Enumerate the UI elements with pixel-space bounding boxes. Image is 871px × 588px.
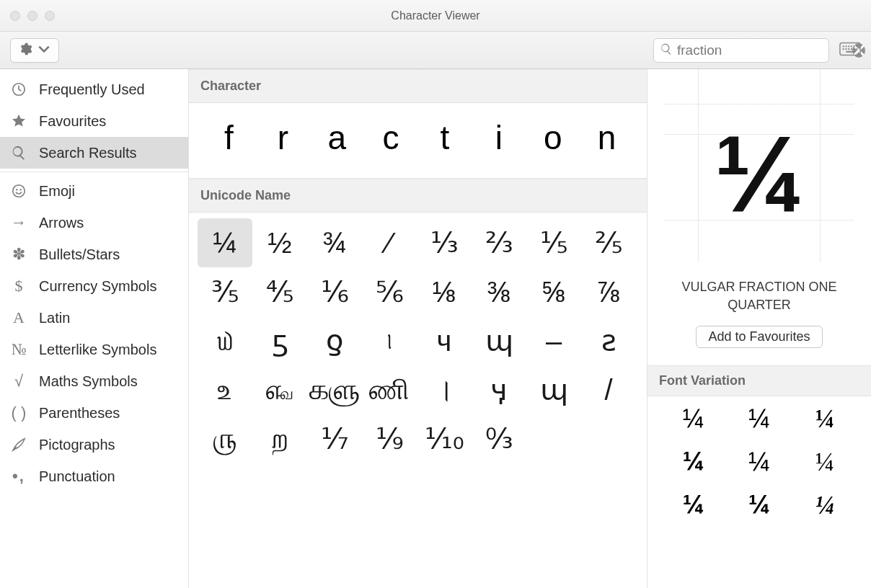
sidebar-item-parentheses[interactable]: ( ) Parentheses bbox=[0, 397, 188, 429]
unicode-grid-cell[interactable]: । bbox=[417, 365, 472, 414]
unicode-grid-cell[interactable]: ⅛ bbox=[417, 267, 472, 316]
minimize-window-button[interactable] bbox=[27, 11, 37, 21]
unicode-grid-cell[interactable]: ⅜ bbox=[472, 267, 526, 316]
sidebar: Frequently Used Favourites Search Result… bbox=[0, 69, 189, 588]
sidebar-item-search-results[interactable]: Search Results bbox=[0, 137, 188, 169]
sidebar-item-latin[interactable]: A Latin bbox=[0, 302, 188, 334]
search-input[interactable] bbox=[673, 43, 852, 58]
unicode-grid-cell[interactable]: ⅕ bbox=[526, 218, 581, 267]
zoom-window-button[interactable] bbox=[45, 11, 55, 21]
unicode-grid-cell[interactable]: ƽ bbox=[252, 316, 307, 365]
character-cell[interactable]: n bbox=[580, 110, 634, 165]
sidebar-item-emoji[interactable]: Emoji bbox=[0, 175, 188, 207]
font-variation-cell[interactable]: ¼ bbox=[792, 490, 858, 520]
unicode-grid-cell[interactable]: ⅐ bbox=[307, 414, 362, 463]
unicode-grid-cell[interactable]: ⁄ bbox=[362, 218, 417, 267]
font-variation-cell[interactable]: ¼ bbox=[660, 447, 726, 477]
sidebar-item-label: Pictographs bbox=[39, 437, 115, 453]
svg-rect-8 bbox=[845, 48, 846, 50]
font-variation-cell[interactable]: ¼ bbox=[726, 447, 792, 477]
unicode-grid-cell[interactable]: ௷ bbox=[252, 365, 307, 414]
svg-rect-10 bbox=[851, 48, 852, 50]
character-cell[interactable]: t bbox=[418, 110, 472, 165]
settings-menu-button[interactable] bbox=[10, 38, 59, 63]
sidebar-item-maths[interactable]: √ Maths Symbols bbox=[0, 365, 188, 397]
font-variation-cell[interactable]: ¼ bbox=[792, 447, 858, 477]
sidebar-item-punctuation[interactable]: •, Punctuation bbox=[0, 460, 188, 492]
unicode-grid-cell[interactable]: ⅗ bbox=[198, 267, 252, 316]
unicode-grid-cell[interactable]: ƍ bbox=[307, 316, 362, 365]
unicode-grid-cell[interactable]: ⅒ bbox=[417, 414, 472, 463]
sidebar-item-label: Latin bbox=[39, 310, 70, 326]
font-variation-cell[interactable]: ¼ bbox=[726, 404, 792, 434]
sidebar-item-favourites[interactable]: Favourites bbox=[0, 105, 188, 137]
unicode-grid-cell[interactable]: ӌ bbox=[472, 365, 526, 414]
unicode-grid-cell[interactable]: – bbox=[526, 316, 581, 365]
sidebar-item-bullets-stars[interactable]: ✽ Bullets/Stars bbox=[0, 239, 188, 270]
sidebar-item-label: Punctuation bbox=[39, 468, 115, 485]
font-variation-cell[interactable]: ¼ bbox=[660, 490, 726, 520]
asterisk-icon: ✽ bbox=[9, 244, 29, 264]
unicode-grid-cell[interactable]: ⅝ bbox=[526, 267, 581, 316]
sidebar-item-frequently-used[interactable]: Frequently Used bbox=[0, 74, 188, 105]
unicode-grid-cell[interactable]: ணி bbox=[362, 365, 417, 414]
unicode-grid-cell[interactable]: ⅙ bbox=[307, 267, 362, 316]
search-field[interactable] bbox=[653, 38, 829, 63]
unicode-grid-cell[interactable]: ⅞ bbox=[581, 267, 636, 316]
character-cell[interactable]: f bbox=[202, 110, 256, 165]
svg-rect-1 bbox=[843, 45, 844, 47]
character-cell[interactable]: i bbox=[472, 110, 526, 165]
sqrt-icon: √ bbox=[9, 371, 29, 391]
quill-icon bbox=[9, 435, 29, 455]
unicode-grid-cell[interactable]: ⅔ bbox=[472, 218, 526, 267]
font-variation-cell[interactable]: ¼ bbox=[726, 490, 792, 520]
unicode-grid-cell[interactable]: ¾ bbox=[307, 218, 362, 267]
unicode-grid-cell[interactable]: ற bbox=[252, 414, 307, 463]
numero-icon: № bbox=[9, 339, 29, 360]
character-cell[interactable]: r bbox=[256, 110, 310, 165]
unicode-grid-cell[interactable]: ↉ bbox=[472, 414, 526, 463]
unicode-grid-cell[interactable]: ௰ bbox=[198, 316, 252, 365]
sidebar-item-label: Search Results bbox=[39, 145, 137, 161]
unicode-grid-cell[interactable]: ч bbox=[417, 316, 472, 365]
unicode-grid-cell[interactable]: ⅘ bbox=[252, 267, 307, 316]
unicode-grid-cell[interactable]: ¼ bbox=[198, 218, 252, 267]
unicode-grid-cell[interactable]: ɰ bbox=[526, 365, 581, 414]
punct-icon: •, bbox=[9, 466, 29, 486]
unicode-grid-cell[interactable]: ½ bbox=[252, 218, 307, 267]
sidebar-item-currency[interactable]: $ Currency Symbols bbox=[0, 270, 188, 302]
font-variation-cell[interactable]: ¼ bbox=[660, 404, 726, 434]
unicode-grid-cell[interactable]: ⅓ bbox=[417, 218, 472, 267]
toolbar bbox=[0, 32, 871, 69]
sidebar-item-pictographs[interactable]: Pictographs bbox=[0, 429, 188, 460]
character-cell[interactable]: o bbox=[526, 110, 580, 165]
parens-icon: ( ) bbox=[9, 403, 29, 423]
font-variation-cell[interactable]: ¼ bbox=[792, 404, 858, 434]
unicode-grid-cell[interactable]: ௫ bbox=[198, 414, 252, 463]
unicode-grid-cell[interactable]: உ bbox=[198, 365, 252, 414]
unicode-grid-cell bbox=[581, 414, 636, 463]
unicode-grid-cell[interactable]: ⅚ bbox=[362, 267, 417, 316]
unicode-grid-cell[interactable]: ƨ bbox=[581, 316, 636, 365]
unicode-grid-cell[interactable]: ৷ bbox=[362, 316, 417, 365]
unicode-name-section-header: Unicode Name bbox=[189, 179, 647, 213]
unicode-grid-cell[interactable]: ⅑ bbox=[362, 414, 417, 463]
unicode-grid-cell[interactable]: / bbox=[581, 365, 636, 414]
character-cell[interactable]: c bbox=[364, 110, 418, 165]
unicode-grid-cell[interactable]: ɰ bbox=[472, 316, 526, 365]
unicode-grid-cell[interactable]: ⅖ bbox=[581, 218, 636, 267]
keyboard-viewer-button[interactable] bbox=[839, 40, 861, 61]
unicode-grid-cell[interactable]: களு bbox=[307, 365, 362, 414]
sidebar-item-letterlike[interactable]: № Letterlike Symbols bbox=[0, 334, 188, 365]
character-cell[interactable]: a bbox=[310, 110, 364, 165]
svg-rect-5 bbox=[854, 45, 855, 47]
window-title: Character Viewer bbox=[0, 9, 871, 22]
svg-rect-9 bbox=[848, 48, 849, 50]
star-icon bbox=[9, 111, 29, 131]
add-to-favourites-button[interactable]: Add to Favourites bbox=[696, 326, 822, 348]
sidebar-item-arrows[interactable]: → Arrows bbox=[0, 207, 188, 239]
window-controls bbox=[10, 11, 55, 21]
search-icon bbox=[9, 143, 29, 163]
character-preview: ¼ bbox=[647, 69, 871, 278]
close-window-button[interactable] bbox=[10, 11, 20, 21]
